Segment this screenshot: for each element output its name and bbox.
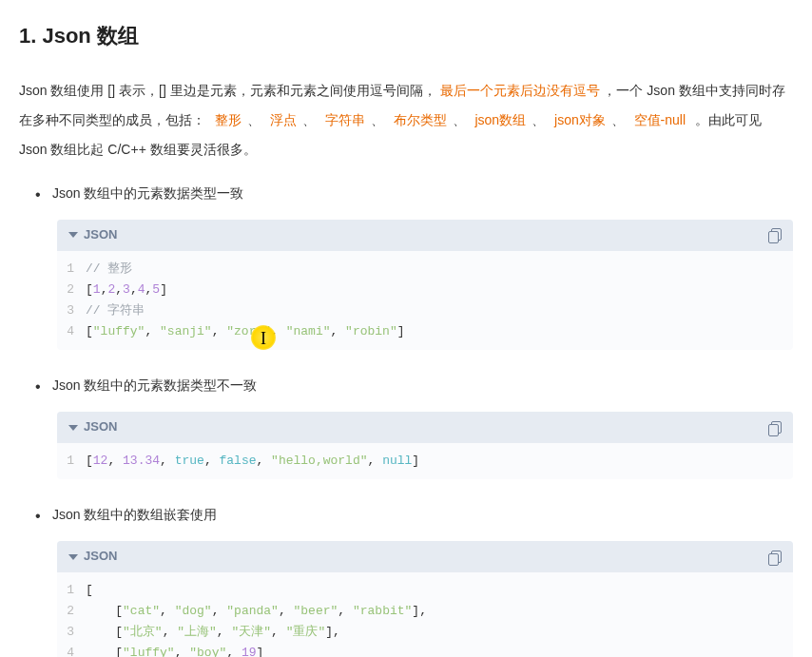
code-header: JSON <box>57 412 793 443</box>
code-line: ["cat", "dog", "panda", "beer", "rabbit"… <box>86 601 793 622</box>
code-lang-label: JSON <box>84 417 117 437</box>
line-number: 4 <box>57 321 86 342</box>
code-block-3: JSON 1[ 2 ["cat", "dog", "panda", "beer"… <box>57 541 793 657</box>
type-array: json数组 <box>474 112 526 127</box>
code-line: ["luffy", "sanji", "zoro", "nami", "robi… <box>86 321 793 342</box>
code-header: JSON <box>57 541 793 572</box>
code-lang-label: JSON <box>84 225 117 245</box>
line-number: 2 <box>57 601 86 622</box>
line-number: 3 <box>57 300 86 321</box>
code-body: 1[ 2 ["cat", "dog", "panda", "beer", "ra… <box>57 572 793 657</box>
code-body: 1// 整形 2[1,2,3,4,5] 3// 字符串 4["luffy", "… <box>57 251 793 350</box>
type-float: 浮点 <box>270 112 297 127</box>
chevron-down-icon[interactable] <box>68 554 78 560</box>
intro-highlight: 最后一个元素后边没有逗号 <box>440 83 600 98</box>
type-null: 空值-null <box>634 112 686 127</box>
chevron-down-icon[interactable] <box>68 425 78 431</box>
copy-icon[interactable] <box>768 551 782 564</box>
code-block-2: JSON 1[12, 13.34, true, false, "hello,wo… <box>57 412 793 479</box>
code-header: JSON <box>57 220 793 251</box>
code-line: [ <box>86 580 793 601</box>
bullet-nested: Json 数组中的数组嵌套使用 <box>52 503 793 527</box>
type-int: 整形 <box>215 112 242 127</box>
code-body: 1[12, 13.34, true, false, "hello,world",… <box>57 443 793 479</box>
page-heading: 1. Json 数组 <box>19 19 793 52</box>
code-comment: // 整形 <box>86 261 132 276</box>
line-number: 1 <box>57 259 86 280</box>
copy-icon[interactable] <box>768 228 782 242</box>
chevron-down-icon[interactable] <box>68 232 78 238</box>
code-lang-label: JSON <box>84 547 117 567</box>
bullet-diff-type: Json 数组中的元素数据类型不一致 <box>52 374 793 397</box>
code-comment: // 字符串 <box>86 303 145 318</box>
code-line: ["北京", "上海", "天津", "重庆"], <box>86 622 793 643</box>
intro-paragraph: Json 数组使用 [] 表示，[] 里边是元素，元素和元素之间使用逗号间隔， … <box>19 76 793 164</box>
code-line: [1,2,3,4,5] <box>86 280 793 300</box>
bullet-same-type: Json 数组中的元素数据类型一致 <box>52 182 793 205</box>
line-number: 2 <box>57 280 86 300</box>
line-number: 1 <box>57 580 86 601</box>
type-bool: 布尔类型 <box>394 112 447 127</box>
code-line: ["luffy", "boy", 19] <box>86 643 793 657</box>
type-object: json对象 <box>554 112 606 127</box>
intro-text-a: Json 数组使用 [] 表示，[] 里边是元素，元素和元素之间使用逗号间隔， <box>19 83 436 98</box>
code-line: [12, 13.34, true, false, "hello,world", … <box>86 451 793 472</box>
line-number: 3 <box>57 622 86 643</box>
copy-icon[interactable] <box>768 421 782 435</box>
line-number: 4 <box>57 643 86 657</box>
type-string: 字符串 <box>325 112 365 127</box>
line-number: 1 <box>57 451 86 472</box>
code-block-1: JSON 1// 整形 2[1,2,3,4,5] 3// 字符串 4["luff… <box>57 220 793 350</box>
